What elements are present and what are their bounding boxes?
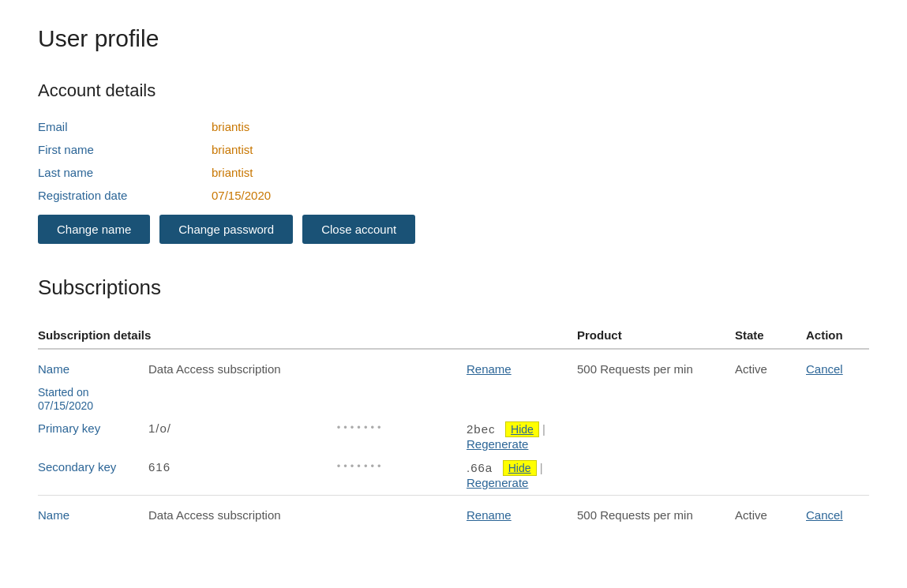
firstname-label: First name xyxy=(38,143,212,156)
email-value: briantis xyxy=(212,120,249,133)
lastname-value: briantist xyxy=(212,166,253,179)
page-container: User profile Account details Email brian… xyxy=(0,0,907,564)
sub1-secondarykey-regenerate-button[interactable]: Regenerate xyxy=(467,476,528,489)
subscriptions-section: Subscriptions Subscription details Produ… xyxy=(38,275,869,526)
sub2-product: 500 Requests per min xyxy=(577,495,735,526)
sub2-rename-button[interactable]: Rename xyxy=(467,508,512,522)
table-row: Secondary key 616 ••••••• .66a Hide | Re… xyxy=(38,455,869,494)
subscriptions-table: Subscription details Product State Actio… xyxy=(38,322,869,526)
change-name-button[interactable]: Change name xyxy=(38,215,150,244)
sub1-secondarykey-end: .66a xyxy=(467,461,493,474)
firstname-value: briantist xyxy=(212,143,253,156)
sub1-product: 500 Requests per min xyxy=(577,349,735,380)
col-details-header: Subscription details xyxy=(38,322,577,349)
sub1-secondarykey-start: 616 xyxy=(148,460,171,474)
email-row: Email briantis xyxy=(38,115,869,138)
lastname-label: Last name xyxy=(38,166,212,179)
sub1-primarykey-end: 2bec xyxy=(467,422,496,436)
sub1-state: Active xyxy=(735,349,806,380)
sub2-state: Active xyxy=(735,495,806,526)
close-account-button[interactable]: Close account xyxy=(302,215,415,244)
sub1-secondarykey-hide-button[interactable]: Hide xyxy=(503,460,537,476)
subscriptions-title: Subscriptions xyxy=(38,275,869,300)
table-row: Name Data Access subscription Rename 500… xyxy=(38,349,869,380)
sub1-primarykey-regenerate-button[interactable]: Regenerate xyxy=(467,437,528,451)
sub2-name-value: Data Access subscription xyxy=(148,508,281,522)
table-row: Primary key 1/o/ ••••••• 2bec Hide | Reg… xyxy=(38,417,869,455)
col-action-header: Action xyxy=(806,322,869,349)
sub1-name-value: Data Access subscription xyxy=(148,362,281,376)
sub1-name-label: Name xyxy=(38,362,69,376)
account-details-title: Account details xyxy=(38,81,869,101)
sub1-primarykey-start: 1/o/ xyxy=(148,421,171,435)
col-product-header: Product xyxy=(577,322,735,349)
sub1-cancel-button[interactable]: Cancel xyxy=(806,362,843,376)
lastname-row: Last name briantist xyxy=(38,161,869,184)
regdate-value: 07/15/2020 xyxy=(212,189,271,202)
table-row: Started on 07/15/2020 xyxy=(38,380,869,417)
regdate-row: Registration date 07/15/2020 xyxy=(38,184,869,207)
sub2-name-label: Name xyxy=(38,508,69,522)
sub1-primarykey-hide-button[interactable]: Hide xyxy=(505,421,539,437)
sub1-started-label: Started on xyxy=(38,386,89,399)
firstname-row: First name briantist xyxy=(38,138,869,161)
regdate-label: Registration date xyxy=(38,189,212,202)
change-password-button[interactable]: Change password xyxy=(159,215,293,244)
sub1-secondarykey-label: Secondary key xyxy=(38,460,116,474)
sub1-started-value: 07/15/2020 xyxy=(38,399,93,412)
sub2-cancel-button[interactable]: Cancel xyxy=(806,508,843,522)
sub1-primarykey-label: Primary key xyxy=(38,421,100,435)
sub1-rename-button[interactable]: Rename xyxy=(467,362,512,376)
table-row: Name Data Access subscription Rename 500… xyxy=(38,495,869,526)
email-label: Email xyxy=(38,120,212,133)
page-title: User profile xyxy=(38,25,869,52)
account-details-section: Account details Email briantis First nam… xyxy=(38,81,869,244)
account-buttons: Change name Change password Close accoun… xyxy=(38,215,869,244)
col-state-header: State xyxy=(735,322,806,349)
